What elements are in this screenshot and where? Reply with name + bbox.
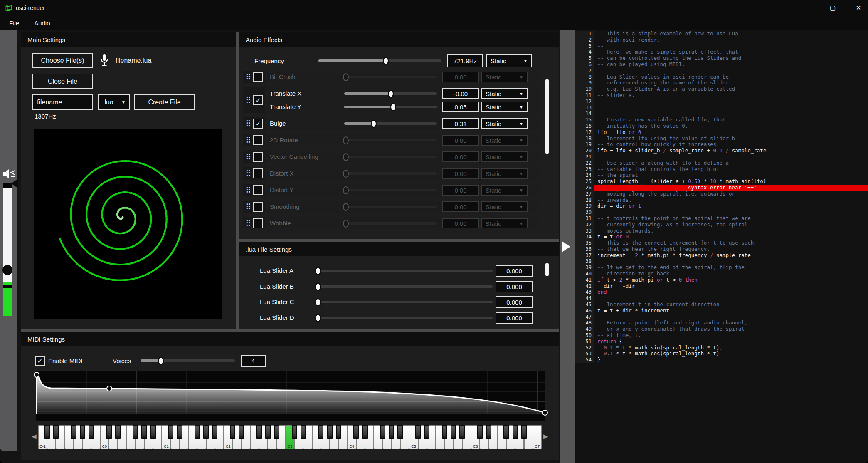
code-line[interactable]: 30 xyxy=(575,209,868,215)
code-line[interactable]: 8-- Lua Slider values in osci-render can… xyxy=(575,74,868,80)
code-line[interactable]: 15-- Create a new variable called lfo, t… xyxy=(575,117,868,123)
effect-slider[interactable] xyxy=(344,101,437,113)
piano-key-black[interactable] xyxy=(274,425,279,439)
lua-slider[interactable] xyxy=(318,312,493,324)
piano-key-black[interactable] xyxy=(336,425,341,439)
effect-slider[interactable] xyxy=(344,71,437,83)
code-line[interactable]: 28-- inwards. xyxy=(575,197,868,203)
effect-checkbox[interactable] xyxy=(253,152,263,162)
code-line[interactable]: 41if t > 2 * math.pi or t < 0 then xyxy=(575,277,868,283)
code-line[interactable]: 53 0.1 * t * math.cos(spiral_length * t) xyxy=(575,351,868,357)
slider-knob[interactable] xyxy=(388,90,394,98)
effect-slider[interactable] xyxy=(344,117,437,130)
code-line[interactable]: 20lfo = lfo + slider_b / sample_rate + 0… xyxy=(575,148,868,154)
code-line[interactable]: 45-- Increment t in the current directio… xyxy=(575,302,868,308)
slider-knob[interactable] xyxy=(343,203,349,211)
piano-key-black[interactable] xyxy=(177,425,182,439)
code-line[interactable]: 3-- xyxy=(575,43,868,50)
piano-key-black[interactable] xyxy=(415,425,421,439)
oscilloscope-view[interactable] xyxy=(34,129,222,319)
piano-key-black[interactable] xyxy=(380,425,385,439)
piano-key-black[interactable] xyxy=(389,425,394,439)
voices-slider[interactable] xyxy=(141,354,235,367)
drag-handle-icon[interactable]: ⠿ xyxy=(245,72,251,82)
code-line[interactable]: 39-- If we get to the end of the spiral,… xyxy=(575,265,868,271)
vertical-splitter[interactable] xyxy=(236,32,239,329)
piano-key-black[interactable] xyxy=(318,425,323,439)
piano-key-black[interactable] xyxy=(195,425,200,439)
piano-key-black[interactable] xyxy=(451,425,456,439)
lua-slider[interactable] xyxy=(318,265,493,277)
piano-key-black[interactable] xyxy=(459,425,465,439)
slider-knob[interactable] xyxy=(158,357,164,365)
code-line[interactable]: 9-- referenced using the name of the sli… xyxy=(575,80,868,86)
code-line[interactable]: 31-- t controls the point on the spiral … xyxy=(575,215,868,222)
code-line[interactable]: 2-- with osci-render. xyxy=(575,37,868,43)
collapse-editor-icon[interactable] xyxy=(562,241,570,252)
effect-checkbox[interactable] xyxy=(253,72,263,82)
effect-slider[interactable] xyxy=(344,167,437,180)
code-line[interactable]: 36-- that we hear the right frequency. xyxy=(575,246,868,253)
code-line[interactable]: 18-- Increment lfo using the value of sl… xyxy=(575,136,868,142)
code-line[interactable]: 35-- This is the correct increment for t… xyxy=(575,240,868,246)
piano-key-black[interactable] xyxy=(239,425,244,439)
effect-checkbox[interactable] xyxy=(253,168,263,178)
code-line[interactable]: 19-- to control how quickly it increases… xyxy=(575,141,868,148)
code-line[interactable]: 32-- currently drawing. As t increases, … xyxy=(575,222,868,228)
drag-handle-icon[interactable]: ⠿ xyxy=(245,169,251,178)
piano-key-black[interactable] xyxy=(513,425,518,439)
effect-mode-dropdown[interactable]: Static▼ xyxy=(481,102,528,112)
effect-value-input[interactable]: 0.00 xyxy=(442,218,479,228)
frequency-value-input[interactable]: 721.9Hz xyxy=(447,54,483,67)
filename-input[interactable]: filename xyxy=(32,94,93,110)
effect-mode-dropdown[interactable]: Static▼ xyxy=(481,118,528,129)
drag-handle-icon[interactable]: ⠿ xyxy=(245,119,251,129)
piano-key-black[interactable] xyxy=(133,425,138,439)
effect-value-input[interactable]: 0.05 xyxy=(442,102,479,112)
piano-key-black[interactable] xyxy=(141,425,147,439)
code-line[interactable]: 11-- slider_a. xyxy=(575,92,868,99)
close-file-button[interactable]: Close File xyxy=(32,74,93,89)
microphone-icon[interactable] xyxy=(99,54,109,67)
effect-checkbox[interactable] xyxy=(253,218,263,228)
piano-key-black[interactable] xyxy=(230,425,235,439)
code-line[interactable]: 6-- can be played using MIDI. xyxy=(575,62,868,68)
slider-knob[interactable] xyxy=(343,186,349,194)
piano-key-black[interactable] xyxy=(203,425,209,439)
piano-key-black[interactable] xyxy=(521,425,527,439)
piano-key-black[interactable] xyxy=(212,425,217,439)
effect-value-input[interactable]: 0.00 xyxy=(442,168,479,179)
slider-knob[interactable] xyxy=(343,136,349,144)
piano-key-black[interactable] xyxy=(292,425,297,439)
effect-checkbox[interactable]: ✓ xyxy=(253,119,263,129)
code-line[interactable]: 22-- Use slider_a along with lfo to defi… xyxy=(575,160,868,166)
effect-checkbox[interactable]: ✓ xyxy=(253,95,263,105)
midi-splitter[interactable] xyxy=(21,329,559,332)
piano-key-black[interactable] xyxy=(327,425,333,439)
lua-slider-value-input[interactable]: 0.000 xyxy=(496,281,533,292)
effect-mode-dropdown[interactable]: Static▼ xyxy=(481,135,528,146)
slider-knob[interactable] xyxy=(343,153,349,161)
slider-knob[interactable] xyxy=(390,103,396,111)
volume-thumb[interactable] xyxy=(2,265,12,275)
piano-key-black[interactable] xyxy=(89,425,94,439)
drag-handle-icon[interactable]: ⠿ xyxy=(245,96,251,105)
voices-value-input[interactable]: 4 xyxy=(241,355,266,367)
code-line[interactable]: 48-- Return a point (left and right audi… xyxy=(575,320,868,326)
drag-handle-icon[interactable]: ⠿ xyxy=(245,219,251,228)
drag-handle-icon[interactable]: ⠿ xyxy=(245,136,251,145)
code-line[interactable]: 21 xyxy=(575,154,868,160)
code-line[interactable]: 49-- or x and y coordinate) that draws t… xyxy=(575,326,868,332)
effects-lua-splitter[interactable] xyxy=(239,239,559,242)
code-line[interactable]: 13 xyxy=(575,105,868,111)
effect-slider[interactable] xyxy=(344,217,437,228)
keyboard-right-arrow[interactable]: ▶ xyxy=(543,433,548,440)
piano-key-black[interactable] xyxy=(424,425,429,439)
lua-scrollbar[interactable] xyxy=(545,263,549,276)
drag-handle-icon[interactable]: ⠿ xyxy=(245,152,251,162)
code-line[interactable]: 42 dir = -dir xyxy=(575,283,868,290)
piano-key-black[interactable] xyxy=(106,425,111,439)
piano-key-black[interactable] xyxy=(397,425,403,439)
effect-slider[interactable] xyxy=(344,87,437,100)
extension-dropdown[interactable]: .lua ▼ xyxy=(98,94,130,110)
